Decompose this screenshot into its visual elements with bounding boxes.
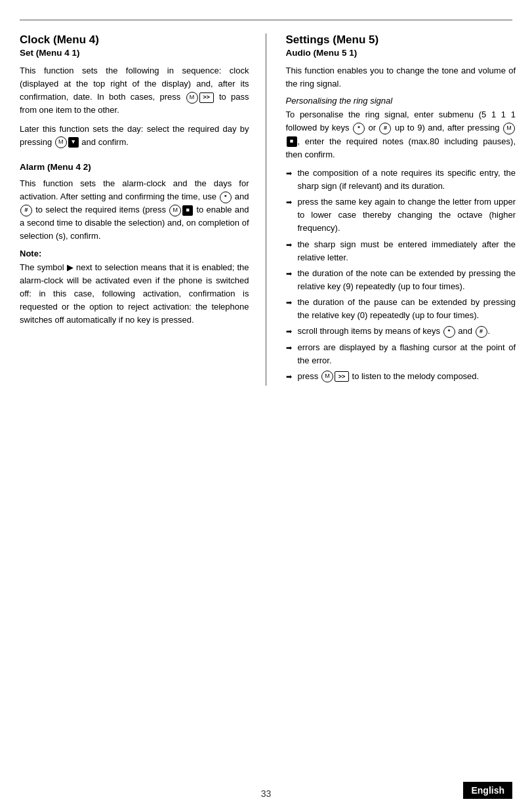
forward-icon-p: >> [335,371,349,382]
note-body: The symbol ▶ next to selection means tha… [20,261,249,327]
hash-icon-r: # [379,123,391,134]
bullet-8: press M>> to listen to the melody compos… [286,370,516,383]
menu-icon-p: M [321,371,333,382]
note-label: Note: [20,249,249,258]
right-intro: This function enables you to change the … [286,64,516,91]
left-column: Clock (Menu 4) Set (Menu 4 1) This funct… [0,33,266,386]
bullet-2: press the same key again to change the l… [286,195,516,235]
bullet-7: errors are displayed by a flashing curso… [286,341,516,367]
bullet-5: the duration of the pause can be extende… [286,296,516,322]
personalising-heading: Personalising the ring signal [286,96,516,106]
bullet-3: the sharp sign must be entered immediate… [286,238,516,264]
black-sq-r: ■ [287,136,297,147]
right-column: Settings (Menu 5) Audio (Menu 5 1) This … [266,33,533,386]
right-section-title: Settings (Menu 5) [286,33,516,47]
down-icon-1: ▼ [68,137,79,148]
left-submenu2-label: Alarm (Menu 4 2) [20,162,249,172]
left-submenu1-body1: This function sets the following in sequ… [20,64,249,117]
star-icon-s: * [443,326,455,338]
hash-icon: # [20,205,32,216]
columns: Clock (Menu 4) Set (Menu 4 1) This funct… [0,33,532,386]
menu-icon-3: M [169,205,181,216]
top-divider [20,20,512,20]
bullet-6: scroll through items by means of keys * … [286,325,516,338]
menu-icon-r: M [503,123,515,134]
menu-icon-1: M [186,92,198,104]
footer: 33 [0,788,532,799]
left-submenu1-body2: Later this function sets the day: select… [20,123,249,149]
bullet-4: the duration of the note can be extended… [286,267,516,293]
page-number: 33 [261,788,272,799]
menu-icon-2: M [55,136,67,148]
left-submenu1-label: Set (Menu 4 1) [20,48,249,58]
hash-icon-s: # [476,326,487,338]
page-container: Clock (Menu 4) Set (Menu 4 1) This funct… [0,0,532,812]
forward-icon-1: >> [199,92,214,103]
bullet-1: the composition of a note requires its s… [286,167,516,193]
left-section-title: Clock (Menu 4) [20,33,249,47]
right-submenu1-label: Audio (Menu 5 1) [286,48,516,58]
black-sq-icon: ■ [182,205,193,216]
star-icon: * [220,192,232,203]
english-badge: English [463,782,512,799]
left-submenu2-body: This function sets the alarm-clock and t… [20,177,249,243]
star-icon-r: * [353,123,365,134]
right-body1: To personalise the ring signal, enter su… [286,108,516,161]
